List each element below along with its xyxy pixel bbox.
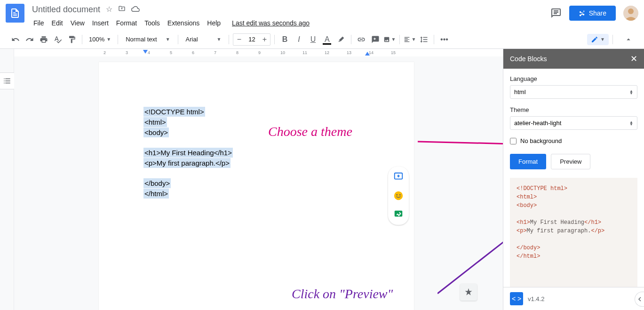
menu-help[interactable]: Help <box>204 17 224 29</box>
spellcheck-button[interactable] <box>52 33 64 46</box>
move-icon[interactable] <box>118 5 126 15</box>
zoom-select[interactable]: 100%▼ <box>86 36 114 43</box>
left-margin <box>0 49 14 310</box>
document-page[interactable]: <!DOCTYPE html> <html> <body> <h1>My Fir… <box>99 62 414 310</box>
editing-mode-button[interactable]: ▼ <box>587 34 609 45</box>
menu-view[interactable]: View <box>67 17 88 29</box>
menu-insert[interactable]: Insert <box>89 17 112 29</box>
sidebar: Code Blocks ✕ Language html ▲▼ Theme ate… <box>503 49 644 310</box>
code-blocks-icon[interactable]: < > <box>510 292 523 305</box>
comment-history-icon[interactable] <box>550 8 562 19</box>
font-size-decrease[interactable]: − <box>233 34 245 45</box>
document-title[interactable]: Untitled document <box>30 4 102 16</box>
redo-button[interactable] <box>24 33 36 46</box>
italic-button[interactable]: I <box>293 33 305 46</box>
header: Untitled document ☆ File Edit View Inser… <box>0 0 644 30</box>
font-select[interactable]: Arial▼ <box>182 36 225 43</box>
left-indent-marker[interactable] <box>143 50 148 56</box>
more-button[interactable]: ••• <box>438 33 450 46</box>
language-label: Language <box>510 75 637 82</box>
add-comment-icon[interactable] <box>392 170 405 183</box>
code-preview: <!DOCTYPE html> <html> <body> <h1>My Fir… <box>510 178 637 287</box>
menu-format[interactable]: Format <box>113 17 140 29</box>
sidebar-title: Code Blocks <box>510 55 547 63</box>
line-spacing-button[interactable] <box>418 33 430 46</box>
print-button[interactable] <box>38 33 50 46</box>
menubar: File Edit View Insert Format Tools Exten… <box>30 17 550 29</box>
no-background-input[interactable] <box>510 138 517 144</box>
theme-label: Theme <box>510 106 637 113</box>
menu-file[interactable]: File <box>30 17 48 29</box>
svg-point-7 <box>399 194 401 196</box>
insert-image-button[interactable]: ▼ <box>383 33 396 46</box>
font-size-stepper: − + <box>233 33 270 46</box>
text-color-button[interactable]: A <box>321 33 333 46</box>
close-icon[interactable]: ✕ <box>630 54 637 64</box>
share-label: Share <box>589 9 606 17</box>
menu-tools[interactable]: Tools <box>141 17 163 29</box>
svg-line-9 <box>418 142 503 144</box>
last-edit-link[interactable]: Last edit was seconds ago <box>229 17 313 29</box>
highlight-button[interactable] <box>335 33 347 46</box>
ruler[interactable]: 23456789101112131415 <box>14 49 503 56</box>
add-comment-button[interactable] <box>369 33 382 46</box>
svg-point-5 <box>394 191 403 200</box>
menu-extensions[interactable]: Extensions <box>164 17 203 29</box>
paragraph-style-select[interactable]: Normal text▼ <box>122 36 174 43</box>
font-size-input[interactable] <box>245 36 259 43</box>
paint-format-button[interactable] <box>66 33 78 46</box>
arrow-to-preview <box>437 190 503 298</box>
version-text: v1.4.2 <box>528 295 544 302</box>
menu-edit[interactable]: Edit <box>48 17 66 29</box>
underline-button[interactable]: U <box>307 33 319 46</box>
format-button[interactable]: Format <box>510 154 546 169</box>
docs-logo[interactable] <box>6 4 24 23</box>
star-icon[interactable]: ☆ <box>106 5 112 15</box>
theme-select[interactable]: atelier-heath-light ▲▼ <box>510 116 637 130</box>
toolbar: 100%▼ Normal text▼ Arial▼ − + B I U A ▼ … <box>0 30 644 49</box>
svg-point-6 <box>396 194 398 196</box>
side-actions <box>388 167 409 225</box>
annotation-theme: Choose a theme <box>268 124 352 139</box>
suggest-edits-icon[interactable] <box>392 208 405 221</box>
no-background-checkbox[interactable]: No background <box>510 137 637 144</box>
share-button[interactable]: Share <box>569 6 616 21</box>
add-emoji-icon[interactable] <box>392 189 405 202</box>
insert-link-button[interactable] <box>355 33 367 46</box>
arrow-to-theme <box>418 135 503 153</box>
align-button[interactable]: ▼ <box>404 33 416 46</box>
font-size-increase[interactable]: + <box>259 34 270 45</box>
annotation-preview: Click on "Preview" <box>292 286 393 302</box>
user-avatar[interactable] <box>623 6 638 21</box>
sidebar-footer: < > v1.4.2 <box>503 287 644 310</box>
language-select[interactable]: html ▲▼ <box>510 85 637 99</box>
document-area: 23456789101112131415 <!DOCTYPE html> <ht… <box>14 49 503 310</box>
undo-button[interactable] <box>9 33 22 46</box>
cloud-status-icon[interactable] <box>131 5 140 15</box>
preview-button[interactable]: Preview <box>551 154 590 169</box>
svg-point-1 <box>628 8 634 14</box>
outline-icon[interactable] <box>0 72 16 89</box>
bold-button[interactable]: B <box>278 33 291 46</box>
hide-menus-button[interactable] <box>622 33 635 46</box>
svg-line-10 <box>437 192 503 294</box>
sidebar-header: Code Blocks ✕ <box>503 49 644 69</box>
